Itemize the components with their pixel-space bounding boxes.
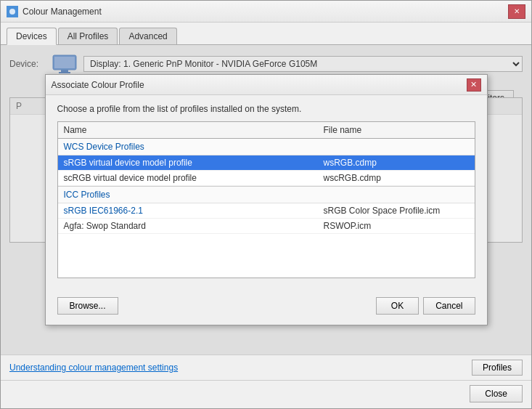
modal-description: Choose a profile from the list of profil… <box>57 104 475 114</box>
modal-close-button[interactable]: ✕ <box>467 78 481 92</box>
window-title: Colour Management <box>22 7 102 17</box>
profile-table: Name File name WCS Device Profiles sRGB … <box>57 121 475 278</box>
tab-all-profiles[interactable]: All Profiles <box>58 28 118 44</box>
icc-group-header: ICC Profiles <box>58 186 475 203</box>
title-controls: ✕ <box>508 4 525 19</box>
profile-filename: wscRGB.cdmp <box>324 173 469 183</box>
close-btn-row: Close <box>1 380 531 408</box>
title-bar-left: Colour Management <box>7 6 102 17</box>
col-filename-header: File name <box>324 125 469 135</box>
footer-right: OK Cancel <box>376 297 475 315</box>
tab-devices[interactable]: Devices <box>7 28 57 45</box>
modal-dialog: Associate Colour Profile ✕ Choose a prof… <box>45 74 488 325</box>
table-row[interactable]: scRGB virtual device model profile wscRG… <box>58 171 475 186</box>
cancel-button[interactable]: Cancel <box>423 297 475 315</box>
bottom-area: Understanding colour management settings… <box>1 355 531 380</box>
modal-footer: Browse... OK Cancel <box>46 297 487 325</box>
table-header: Name File name <box>58 122 475 139</box>
empty-space <box>58 234 475 278</box>
footer-left: Browse... <box>57 297 118 315</box>
help-link[interactable]: Understanding colour management settings <box>9 363 178 373</box>
browse-button[interactable]: Browse... <box>57 297 118 315</box>
modal-title-bar: Associate Colour Profile ✕ <box>46 75 487 95</box>
modal-content: Choose a profile from the list of profil… <box>46 95 487 297</box>
wcs-group-header: WCS Device Profiles <box>58 139 475 155</box>
modal-overlay: Associate Colour Profile ✕ Choose a prof… <box>1 45 531 355</box>
table-row[interactable]: sRGB virtual device model profile wsRGB.… <box>58 155 475 171</box>
tab-advanced[interactable]: Advanced <box>119 28 176 44</box>
title-bar: Colour Management ✕ <box>1 1 531 23</box>
tab-bar: Devices All Profiles Advanced <box>1 23 531 45</box>
app-icon <box>7 6 18 17</box>
profile-filename: sRGB Color Space Profile.icm <box>324 206 469 216</box>
profile-name: sRGB virtual device model profile <box>64 158 324 168</box>
profile-name: sRGB IEC61966-2.1 <box>64 206 324 216</box>
table-row[interactable]: Agfa: Swop Standard RSWOP.icm <box>58 219 475 234</box>
main-window: Colour Management ✕ Devices All Profiles… <box>0 0 532 409</box>
profile-name: scRGB virtual device model profile <box>64 173 324 183</box>
profile-filename: wsRGB.cdmp <box>324 158 469 168</box>
col-name-header: Name <box>64 125 324 135</box>
close-window-button[interactable]: ✕ <box>508 4 525 19</box>
svg-point-1 <box>9 9 15 15</box>
table-row[interactable]: sRGB IEC61966-2.1 sRGB Color Space Profi… <box>58 203 475 219</box>
main-content: Device: Display: 1. Generic PnP Monitor … <box>1 45 531 355</box>
profile-filename: RSWOP.icm <box>324 221 469 231</box>
ok-button[interactable]: OK <box>376 297 419 315</box>
close-button[interactable]: Close <box>470 385 523 402</box>
modal-title: Associate Colour Profile <box>52 80 144 90</box>
profile-name: Agfa: Swop Standard <box>64 221 324 231</box>
profiles-button[interactable]: Profiles <box>472 360 523 376</box>
